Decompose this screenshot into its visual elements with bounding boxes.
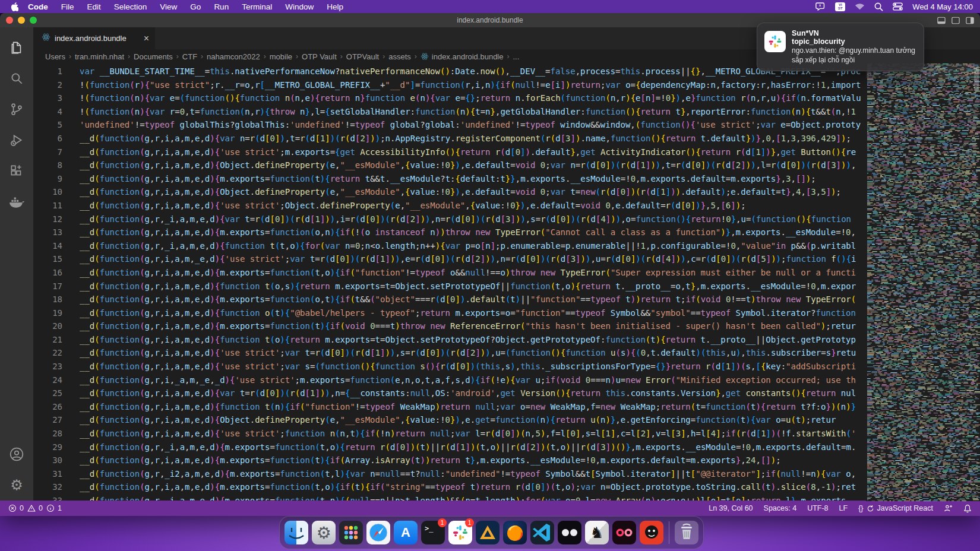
breadcrumb-segment[interactable]: CTF	[182, 52, 197, 61]
encoding[interactable]: UTF-8	[807, 504, 828, 512]
menu-item-selection[interactable]: Selection	[114, 2, 147, 11]
input-source-icon[interactable]: VI ST	[835, 2, 845, 11]
customize-layout-icon[interactable]	[966, 16, 974, 27]
docker-icon[interactable]	[2, 186, 31, 217]
language-mode[interactable]: {} JavaScript React	[858, 504, 933, 512]
breadcrumb-segment[interactable]: ...	[513, 52, 520, 61]
gutter: 1234567891011121314151617181920212223242…	[33, 64, 80, 501]
dock-app-qq-icon[interactable]	[638, 520, 665, 546]
code-line: __d(function(g,r,i,a,m,e,d){m.exports=fu…	[80, 172, 866, 186]
dock-app-app-store-icon[interactable]: A	[393, 520, 419, 546]
control-center-icon[interactable]	[893, 2, 903, 11]
code-line: 'undefined'!=typeof globalThis?globalThi…	[80, 118, 866, 132]
menu-item-go[interactable]: Go	[190, 2, 201, 11]
dock-app-launchpad-icon[interactable]	[338, 520, 364, 546]
menu-item-view[interactable]: View	[160, 2, 177, 11]
code-line: __d(function(g,r,i,a,m,e,d){'use strict'…	[80, 199, 866, 213]
vscode-window: index.android.bundle ⚙ index.androi	[0, 13, 980, 516]
minimize-window-button[interactable]	[18, 17, 25, 24]
breadcrumb-segment[interactable]: OTP Vault	[302, 52, 337, 61]
breadcrumb-segment[interactable]: OTPVault	[346, 52, 379, 61]
menu-bar-clock[interactable]: Wed 4 May 14:00	[912, 2, 973, 11]
dock-app-visual-studio-code-icon[interactable]	[529, 520, 555, 546]
tab-close-icon[interactable]: ×	[144, 34, 149, 43]
line-number: 17	[33, 280, 62, 293]
toggle-layout-icon[interactable]	[951, 16, 960, 27]
wifi-icon[interactable]	[855, 3, 865, 11]
line-number: 26	[33, 400, 62, 414]
language-label: JavaScript React	[877, 504, 933, 512]
eol-sequence[interactable]: LF	[839, 504, 848, 512]
zoom-window-button[interactable]	[30, 17, 37, 24]
menu-item-window[interactable]: Window	[285, 2, 314, 11]
code-area[interactable]: var __BUNDLE_START_TIME__=this.nativePer…	[80, 64, 866, 501]
dock-app-media-app-icon[interactable]	[557, 520, 583, 546]
alert-icon[interactable]	[815, 2, 826, 11]
cursor-position[interactable]: Ln 39, Col 60	[709, 504, 753, 512]
close-window-button[interactable]	[6, 17, 13, 24]
code-line: !(function(n){var r=0,t=function(n,r){th…	[80, 105, 866, 119]
code-line: !(function(n){var e=(function(){function…	[80, 91, 866, 105]
line-number: 19	[33, 306, 62, 320]
menu-item-run[interactable]: Run	[214, 2, 229, 11]
dock-app-terminal-icon[interactable]: >_1	[420, 520, 446, 546]
scrollbar-thumb[interactable]	[974, 66, 979, 91]
dock-app-design-app-icon[interactable]	[475, 520, 501, 546]
dock-app-safari-icon[interactable]	[365, 520, 391, 546]
breadcrumb-segment[interactable]: mobile	[270, 52, 292, 61]
menu-item-help[interactable]: Help	[327, 2, 343, 11]
status-bar: 0 0 1 Ln 39, Col 60 Spaces: 4 UTF-8 LF {…	[0, 501, 980, 516]
line-number: 24	[33, 373, 62, 387]
dock-app-finder-icon[interactable]	[283, 520, 309, 546]
menu-item-terminal[interactable]: Terminal	[242, 2, 272, 11]
manage-gear-icon[interactable]: ⚙	[2, 470, 31, 501]
dock-app-chess-icon[interactable]: ♞	[584, 520, 610, 546]
breadcrumb-segment[interactable]: nahamcon2022	[207, 52, 260, 61]
notification-title: Sun*VN	[792, 29, 916, 37]
problems-errors[interactable]: 0	[8, 504, 24, 512]
line-number: 8	[33, 159, 62, 172]
code-line: __d(function(g,r,i,a,m,e,d){'use strict'…	[80, 145, 866, 159]
problems-infos[interactable]: 1	[46, 504, 62, 512]
tab-index-android-bundle[interactable]: index.android.bundle ×	[33, 27, 156, 49]
run-debug-icon[interactable]	[2, 125, 31, 156]
code-line: __d(function(g,r,_i2,a,m,e,d){m.exports=…	[80, 467, 866, 481]
spotlight-search-icon[interactable]	[874, 2, 883, 11]
notifications-bell-icon[interactable]	[963, 504, 972, 513]
dock-app-trash-icon[interactable]	[674, 520, 700, 546]
search-icon[interactable]	[2, 63, 31, 94]
indentation[interactable]: Spaces: 4	[764, 504, 797, 512]
menu-item-edit[interactable]: Edit	[87, 2, 101, 11]
notification-banner[interactable]: Sun*VN topic_blocurity ngo.van.thien: @n…	[757, 23, 924, 71]
tab-label: index.android.bundle	[55, 34, 127, 43]
slack-icon	[764, 31, 786, 52]
extensions-icon[interactable]	[2, 156, 31, 186]
breadcrumb-segment[interactable]: Users	[45, 52, 65, 61]
breadcrumb-segment[interactable]: tran.minh.nhat	[75, 52, 124, 61]
feedback-icon[interactable]	[944, 504, 953, 512]
line-number: 7	[33, 145, 62, 159]
toggle-panel-icon[interactable]	[937, 16, 946, 27]
apple-menu-icon[interactable]	[11, 2, 18, 11]
code-line: __d(function(g,r,i,a,m,e,d){m.exports=fu…	[80, 454, 866, 467]
code-line: __d(function(g,r,_i,a,m,e,d){m.exports=f…	[80, 494, 866, 501]
dock-badge: 1	[465, 518, 474, 527]
breadcrumb-segment[interactable]: index.android.bundle	[421, 52, 504, 61]
menu-item-code[interactable]: Code	[28, 2, 48, 11]
breadcrumb-segment[interactable]: Documents	[134, 52, 173, 61]
dock-app-screen-recorder-icon[interactable]	[611, 520, 637, 546]
problems-warnings[interactable]: 0	[27, 504, 43, 512]
source-control-icon[interactable]	[2, 94, 31, 125]
menu-item-file[interactable]: File	[61, 2, 74, 11]
code-line: __d(function(g,r,i,a,m,e,d){Object.defin…	[80, 159, 866, 172]
minimap[interactable]	[866, 64, 980, 501]
editor[interactable]: 1234567891011121314151617181920212223242…	[33, 64, 980, 501]
code-line: __d(function(g,r,i,a,m,e,d){m.exports=fu…	[80, 266, 866, 280]
line-number: 11	[33, 199, 62, 213]
accounts-icon[interactable]	[2, 439, 31, 470]
dock-app-system-preferences-icon[interactable]: ⚙	[311, 520, 337, 546]
dock-app-firefox-icon[interactable]	[502, 520, 528, 546]
dock-app-slack-icon[interactable]: 1	[447, 520, 473, 546]
explorer-icon[interactable]	[2, 32, 31, 63]
breadcrumb-segment[interactable]: assets	[388, 52, 411, 61]
